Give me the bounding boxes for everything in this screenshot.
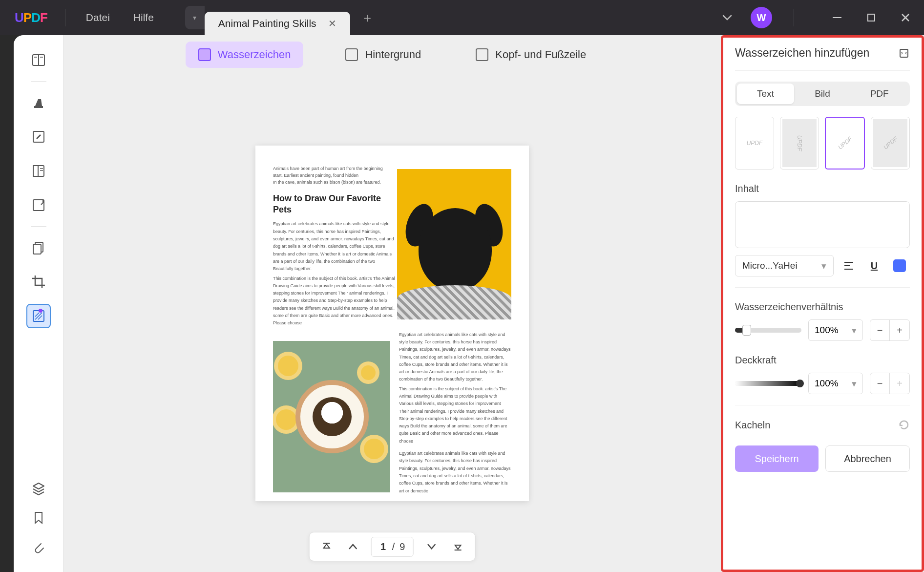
tab-header-footer[interactable]: Kopf- und Fußzeile	[463, 42, 599, 68]
align-button[interactable]	[839, 255, 859, 276]
document-area: Wasserzeichen Hintergrund Kopf- und Fußz…	[63, 35, 721, 572]
content-label: Inhalt	[735, 183, 910, 194]
tile-label: Kacheln	[735, 420, 770, 431]
page-navigator: 1 / 9	[309, 532, 476, 561]
doc-text: This combination is the subject of this …	[399, 385, 511, 445]
watermark-panel: Wasserzeichen hinzufügen Text Bild PDF U…	[721, 35, 924, 572]
app-logo: UPDF	[6, 10, 56, 25]
active-indicator	[39, 309, 42, 313]
window-minimize-button[interactable]	[824, 7, 850, 28]
tab-background[interactable]: Hintergrund	[333, 42, 434, 68]
watermark-presets: UPDF UPDF UPDF UPDF	[735, 117, 910, 169]
svg-rect-0	[833, 17, 841, 18]
tab-label: Wasserzeichen	[218, 48, 291, 61]
ratio-increase-button[interactable]: +	[890, 320, 909, 340]
tool-crop-icon[interactable]	[26, 270, 51, 294]
menu-help[interactable]: Hilfe	[122, 12, 166, 23]
preset-4[interactable]: UPDF	[871, 117, 910, 169]
reset-icon[interactable]	[898, 419, 910, 431]
tool-bookmark-icon[interactable]	[26, 506, 51, 530]
ratio-value-select[interactable]: 100% ▾	[808, 319, 863, 341]
tab-close-icon[interactable]: ✕	[328, 18, 336, 29]
chevron-down-icon[interactable]	[716, 7, 738, 28]
svg-rect-1	[868, 14, 875, 21]
doc-heading: How to Draw Our Favorite Pets	[273, 193, 395, 216]
total-pages: 9	[399, 541, 405, 552]
header-footer-tab-icon	[476, 48, 488, 61]
divider	[794, 9, 794, 26]
doc-text: start. Earliest ancient painting, found …	[273, 172, 395, 179]
svg-rect-14	[33, 244, 41, 254]
doc-text: Egyptian art celebrates animals like cat…	[399, 331, 511, 383]
opacity-slider[interactable]	[735, 381, 801, 386]
doc-text: Egyptian art celebrates animals like cat…	[399, 450, 511, 495]
ratio-value: 100%	[815, 325, 839, 336]
ratio-stepper: − +	[870, 319, 910, 341]
type-tab-image[interactable]: Bild	[794, 84, 851, 104]
underline-button[interactable]: U	[864, 255, 884, 276]
tab-add-button[interactable]: ＋	[361, 9, 374, 26]
type-tab-pdf[interactable]: PDF	[851, 84, 908, 104]
page-input[interactable]: 1 / 9	[371, 537, 414, 557]
first-page-button[interactable]	[314, 535, 340, 558]
tool-edit-icon[interactable]	[26, 125, 51, 149]
tool-form-icon[interactable]	[26, 193, 51, 217]
preset-3[interactable]: UPDF	[825, 117, 865, 169]
opacity-decrease-button[interactable]: −	[870, 373, 890, 394]
chevron-down-icon: ▾	[821, 260, 826, 272]
document-tab[interactable]: Animal Painting Skills ✕	[205, 12, 350, 35]
preset-1[interactable]: UPDF	[735, 117, 774, 169]
watermark-tab-icon	[198, 48, 211, 61]
user-avatar[interactable]: W	[751, 7, 772, 28]
left-toolbar	[14, 35, 63, 572]
watermark-content-input[interactable]	[735, 201, 910, 248]
type-tab-text[interactable]: Text	[737, 84, 794, 104]
separator	[31, 226, 46, 227]
doc-text: In the cave, animals such as bison (biso…	[273, 179, 395, 186]
cancel-button[interactable]: Abbrechen	[825, 445, 910, 472]
save-button[interactable]: Speichern	[735, 445, 819, 472]
document-image-pug	[397, 169, 511, 319]
tab-watermark[interactable]: Wasserzeichen	[186, 42, 304, 68]
opacity-stepper: − +	[870, 373, 910, 394]
opacity-value: 100%	[815, 378, 839, 389]
tab-dropdown[interactable]: ▾	[185, 6, 205, 29]
chevron-down-icon: ▾	[852, 325, 857, 336]
menu-file[interactable]: Datei	[74, 12, 122, 23]
opacity-value-select[interactable]: 100% ▾	[808, 373, 863, 394]
tool-reader-icon[interactable]	[26, 48, 51, 72]
doc-text: Egyptian art celebrates animals like cat…	[273, 220, 395, 273]
opacity-increase-button[interactable]: +	[890, 373, 909, 394]
panel-expand-icon[interactable]	[898, 47, 910, 59]
font-name: Micro...YaHei	[742, 260, 798, 271]
watermark-type-tabs: Text Bild PDF	[735, 82, 910, 106]
font-select[interactable]: Micro...YaHei ▾	[735, 255, 834, 276]
tool-organize-icon[interactable]	[26, 159, 51, 183]
titlebar: UPDF Datei Hilfe ▾ Animal Painting Skill…	[0, 0, 924, 35]
document-page: Animals have been part of human art from…	[255, 146, 529, 501]
doc-text: This combination is the subject of this …	[273, 275, 395, 327]
ratio-slider[interactable]	[735, 328, 801, 333]
document-viewport[interactable]: Animals have been part of human art from…	[63, 74, 721, 572]
ratio-decrease-button[interactable]: −	[870, 320, 890, 340]
window-maximize-button[interactable]	[859, 7, 884, 28]
page-tools-tabs: Wasserzeichen Hintergrund Kopf- und Fußz…	[63, 35, 721, 74]
tool-highlight-icon[interactable]	[26, 90, 51, 115]
text-color-button[interactable]	[889, 255, 910, 276]
last-page-button[interactable]	[444, 535, 471, 558]
svg-rect-12	[33, 200, 44, 211]
tool-layers-icon[interactable]	[26, 476, 51, 501]
tool-watermark-icon[interactable]	[26, 304, 51, 328]
prev-page-button[interactable]	[340, 535, 366, 558]
tab-label: Kopf- und Fußzeile	[495, 48, 586, 61]
separator	[31, 81, 46, 82]
document-image-embroidery	[273, 341, 390, 492]
svg-rect-9	[33, 166, 38, 176]
tool-attachment-icon[interactable]	[26, 535, 51, 559]
next-page-button[interactable]	[418, 535, 444, 558]
tool-pages-icon[interactable]	[26, 235, 51, 260]
preset-2[interactable]: UPDF	[780, 117, 819, 169]
window-close-button[interactable]	[893, 7, 918, 28]
tab-title: Animal Painting Skills	[218, 18, 316, 29]
doc-text: Animals have been part of human art from…	[273, 165, 395, 172]
